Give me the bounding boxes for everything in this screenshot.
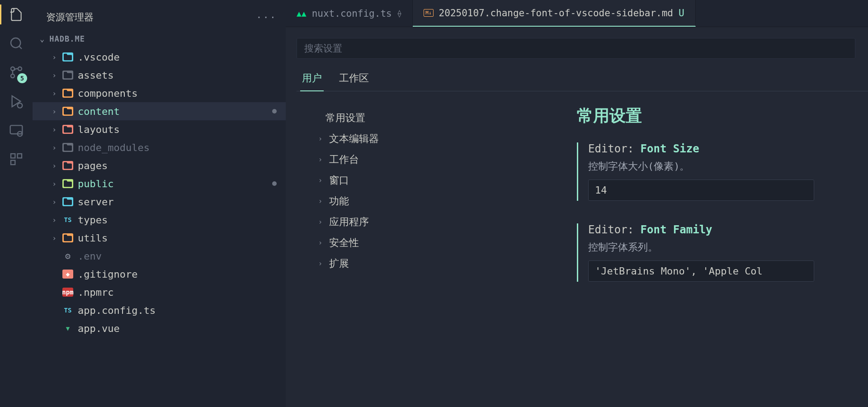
tree-item[interactable]: ›utils (33, 229, 286, 247)
sidebar-title: 资源管理器 (46, 11, 94, 24)
tab-status: U (679, 8, 684, 19)
toc-label: 安全性 (329, 236, 359, 250)
editor-tab[interactable]: M↓20250107.change-font-of-vscode-sidebar… (413, 0, 695, 27)
toc-item[interactable]: ›工作台 (306, 149, 563, 170)
toc-label: 常用设置 (326, 111, 365, 125)
folder-orange-icon (62, 89, 73, 98)
chevron-right-icon: › (318, 260, 325, 268)
project-header[interactable]: ⌄ HADB.ME (33, 32, 286, 48)
tree-item-label: app.vue (78, 323, 277, 334)
tree-item-label: components (78, 88, 277, 99)
chevron-right-icon: › (51, 143, 58, 152)
chevron-right-icon: › (318, 218, 325, 226)
toc-label: 文本编辑器 (329, 132, 379, 146)
settings-scope-tabs: 用户 工作区 (297, 67, 868, 91)
setting-description: 控制字体系列。 (588, 241, 868, 254)
toc-label: 功能 (329, 194, 349, 208)
gear-icon: ⚙ (62, 251, 73, 260)
pin-icon[interactable]: ⟠ (397, 9, 402, 18)
tree-item-label: assets (78, 70, 277, 81)
toc-item[interactable]: ›扩展 (306, 253, 563, 274)
tree-item[interactable]: ›pages (33, 156, 286, 175)
setting-key: Editor: Font Size (588, 142, 868, 155)
setting-input[interactable] (588, 180, 814, 201)
svg-rect-10 (18, 154, 22, 158)
chevron-right-icon: › (51, 89, 58, 98)
chevron-right-icon: › (318, 135, 325, 143)
search-icon[interactable] (8, 35, 24, 52)
tree-item-label: content (78, 106, 268, 117)
tree-item[interactable]: ▼app.vue (33, 319, 286, 337)
markdown-icon: M↓ (424, 9, 433, 17)
toc-item[interactable]: ›文本编辑器 (306, 128, 563, 149)
svg-point-4 (11, 67, 14, 71)
svg-point-3 (11, 74, 14, 78)
tab-user[interactable]: 用户 (300, 67, 324, 91)
chevron-right-icon: › (318, 156, 325, 164)
tree-item-label: types (78, 214, 277, 226)
settings-search-input[interactable] (297, 38, 855, 59)
file-tree: ›.vscode›assets›components›content›layou… (33, 48, 286, 407)
chevron-right-icon: › (51, 198, 58, 206)
vue-icon: ▼ (62, 324, 73, 333)
svg-marker-5 (12, 96, 21, 107)
svg-line-1 (19, 46, 22, 49)
folder-green-icon (62, 179, 73, 188)
tab-workspace[interactable]: 工作区 (337, 67, 371, 91)
activity-bar: 5 (0, 0, 33, 407)
toc-item[interactable]: ›应用程序 (306, 212, 563, 232)
tree-item[interactable]: ›.vscode (33, 48, 286, 66)
setting-input[interactable] (588, 260, 814, 282)
tree-item[interactable]: ›content (33, 102, 286, 120)
remote-icon[interactable] (8, 122, 24, 138)
explorer-icon[interactable] (8, 6, 24, 23)
chevron-right-icon: › (51, 125, 58, 134)
tree-item[interactable]: ›assets (33, 66, 286, 84)
settings-content: 常用设置 Editor: Font Size控制字体大小(像素)。Editor:… (572, 100, 868, 407)
extensions-icon[interactable] (8, 151, 24, 167)
toc-item[interactable]: ›安全性 (306, 232, 563, 253)
toc-item[interactable]: 常用设置 (306, 108, 563, 128)
editor-tab[interactable]: ▲▲nuxt.config.ts⟠ (286, 0, 413, 27)
setting-block: Editor: Font Family控制字体系列。 (577, 223, 868, 282)
run-debug-icon[interactable] (8, 93, 24, 109)
setting-block: Editor: Font Size控制字体大小(像素)。 (577, 142, 868, 201)
chevron-right-icon: › (51, 216, 58, 224)
chevron-right-icon: › (51, 71, 58, 80)
toc-label: 窗口 (329, 174, 349, 187)
tree-item-label: .npmrc (78, 287, 277, 298)
tree-item[interactable]: ›TStypes (33, 211, 286, 229)
sidebar-more-icon[interactable]: ··· (256, 12, 277, 23)
chevron-right-icon: › (318, 239, 325, 247)
tree-item[interactable]: TSapp.config.ts (33, 301, 286, 319)
folder-gray-icon (62, 71, 73, 80)
svg-rect-11 (11, 161, 15, 165)
tab-label: nuxt.config.ts (312, 8, 392, 19)
source-control-icon[interactable]: 5 (8, 64, 24, 80)
toc-label: 扩展 (329, 257, 349, 270)
tree-item[interactable]: ›layouts (33, 120, 286, 138)
tree-item[interactable]: npm.npmrc (33, 283, 286, 301)
tree-item[interactable]: ◆.gitignore (33, 265, 286, 283)
npm-icon: npm (62, 288, 73, 297)
settings-toc: 常用设置›文本编辑器›工作台›窗口›功能›应用程序›安全性›扩展 (297, 100, 572, 407)
tree-item[interactable]: ›node_modules (33, 138, 286, 156)
toc-item[interactable]: ›功能 (306, 191, 563, 212)
folder-orange-icon (62, 233, 73, 242)
modified-dot-icon (272, 109, 277, 114)
chevron-right-icon: › (51, 53, 58, 62)
tree-item[interactable]: ›server (33, 193, 286, 211)
chevron-right-icon: › (318, 176, 325, 185)
chevron-right-icon: › (51, 180, 58, 188)
editor-tabs: ▲▲nuxt.config.ts⟠M↓20250107.change-font-… (286, 0, 868, 27)
chevron-right-icon: › (51, 107, 58, 116)
folder-red-icon (62, 125, 73, 134)
folder-red-icon (62, 161, 73, 170)
folder-blue-icon (62, 52, 73, 62)
tree-item[interactable]: ⚙.env (33, 247, 286, 265)
toc-item[interactable]: ›窗口 (306, 170, 563, 191)
tree-item[interactable]: ›public (33, 175, 286, 193)
tree-item[interactable]: ›components (33, 84, 286, 102)
tab-label: 20250107.change-font-of-vscode-sidebar.m… (439, 8, 673, 19)
tree-item-label: node_modules (78, 142, 277, 153)
